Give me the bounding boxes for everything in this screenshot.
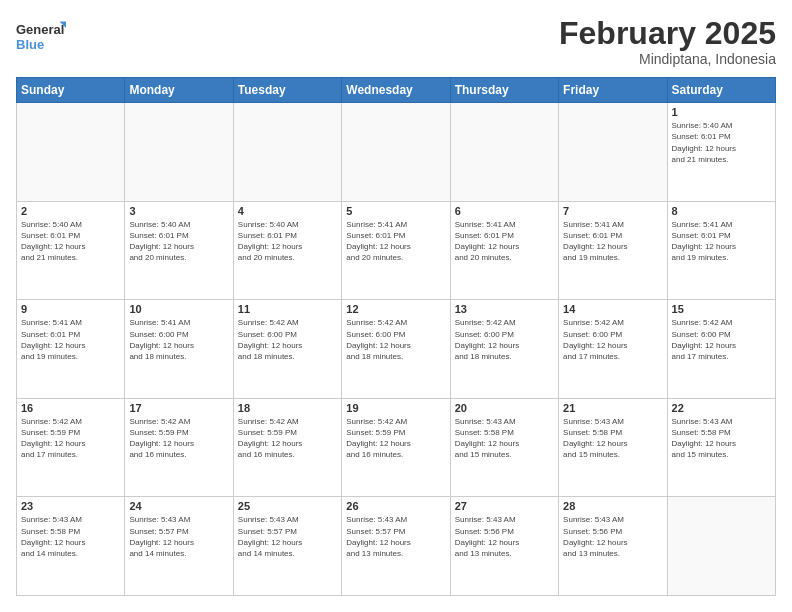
logo-svg: General Blue xyxy=(16,16,66,58)
day-info: Sunrise: 5:43 AM Sunset: 5:57 PM Dayligh… xyxy=(238,514,337,559)
calendar-week-row: 2Sunrise: 5:40 AM Sunset: 6:01 PM Daylig… xyxy=(17,201,776,300)
day-info: Sunrise: 5:43 AM Sunset: 5:57 PM Dayligh… xyxy=(129,514,228,559)
day-info: Sunrise: 5:43 AM Sunset: 5:58 PM Dayligh… xyxy=(21,514,120,559)
calendar-cell: 12Sunrise: 5:42 AM Sunset: 6:00 PM Dayli… xyxy=(342,300,450,399)
calendar-table: Sunday Monday Tuesday Wednesday Thursday… xyxy=(16,77,776,596)
calendar-cell: 28Sunrise: 5:43 AM Sunset: 5:56 PM Dayli… xyxy=(559,497,667,596)
day-number: 28 xyxy=(563,500,662,512)
day-number: 3 xyxy=(129,205,228,217)
calendar-cell: 15Sunrise: 5:42 AM Sunset: 6:00 PM Dayli… xyxy=(667,300,775,399)
calendar-cell: 1Sunrise: 5:40 AM Sunset: 6:01 PM Daylig… xyxy=(667,103,775,202)
day-number: 13 xyxy=(455,303,554,315)
day-info: Sunrise: 5:43 AM Sunset: 5:58 PM Dayligh… xyxy=(672,416,771,461)
day-info: Sunrise: 5:42 AM Sunset: 5:59 PM Dayligh… xyxy=(129,416,228,461)
calendar-cell: 17Sunrise: 5:42 AM Sunset: 5:59 PM Dayli… xyxy=(125,398,233,497)
day-number: 9 xyxy=(21,303,120,315)
col-tuesday: Tuesday xyxy=(233,78,341,103)
day-info: Sunrise: 5:41 AM Sunset: 6:01 PM Dayligh… xyxy=(346,219,445,264)
day-number: 23 xyxy=(21,500,120,512)
day-info: Sunrise: 5:41 AM Sunset: 6:01 PM Dayligh… xyxy=(672,219,771,264)
calendar-cell: 20Sunrise: 5:43 AM Sunset: 5:58 PM Dayli… xyxy=(450,398,558,497)
day-number: 16 xyxy=(21,402,120,414)
day-info: Sunrise: 5:40 AM Sunset: 6:01 PM Dayligh… xyxy=(21,219,120,264)
calendar-cell: 10Sunrise: 5:41 AM Sunset: 6:00 PM Dayli… xyxy=(125,300,233,399)
calendar-cell: 23Sunrise: 5:43 AM Sunset: 5:58 PM Dayli… xyxy=(17,497,125,596)
svg-text:General: General xyxy=(16,22,64,37)
calendar-cell: 27Sunrise: 5:43 AM Sunset: 5:56 PM Dayli… xyxy=(450,497,558,596)
calendar-cell: 14Sunrise: 5:42 AM Sunset: 6:00 PM Dayli… xyxy=(559,300,667,399)
day-info: Sunrise: 5:42 AM Sunset: 6:00 PM Dayligh… xyxy=(563,317,662,362)
calendar-header-row: Sunday Monday Tuesday Wednesday Thursday… xyxy=(17,78,776,103)
calendar-cell xyxy=(233,103,341,202)
calendar-cell: 9Sunrise: 5:41 AM Sunset: 6:01 PM Daylig… xyxy=(17,300,125,399)
day-number: 14 xyxy=(563,303,662,315)
calendar-cell: 2Sunrise: 5:40 AM Sunset: 6:01 PM Daylig… xyxy=(17,201,125,300)
calendar-cell: 26Sunrise: 5:43 AM Sunset: 5:57 PM Dayli… xyxy=(342,497,450,596)
title-block: February 2025 Mindiptana, Indonesia xyxy=(559,16,776,67)
day-number: 18 xyxy=(238,402,337,414)
calendar-cell: 24Sunrise: 5:43 AM Sunset: 5:57 PM Dayli… xyxy=(125,497,233,596)
day-number: 21 xyxy=(563,402,662,414)
day-info: Sunrise: 5:42 AM Sunset: 5:59 PM Dayligh… xyxy=(21,416,120,461)
page: General Blue February 2025 Mindiptana, I… xyxy=(0,0,792,612)
logo: General Blue xyxy=(16,16,66,62)
calendar-cell: 11Sunrise: 5:42 AM Sunset: 6:00 PM Dayli… xyxy=(233,300,341,399)
day-number: 15 xyxy=(672,303,771,315)
calendar-cell xyxy=(17,103,125,202)
day-info: Sunrise: 5:43 AM Sunset: 5:58 PM Dayligh… xyxy=(455,416,554,461)
calendar-cell: 13Sunrise: 5:42 AM Sunset: 6:00 PM Dayli… xyxy=(450,300,558,399)
day-info: Sunrise: 5:40 AM Sunset: 6:01 PM Dayligh… xyxy=(129,219,228,264)
day-number: 8 xyxy=(672,205,771,217)
day-number: 24 xyxy=(129,500,228,512)
day-info: Sunrise: 5:42 AM Sunset: 5:59 PM Dayligh… xyxy=(346,416,445,461)
calendar-cell: 21Sunrise: 5:43 AM Sunset: 5:58 PM Dayli… xyxy=(559,398,667,497)
day-info: Sunrise: 5:41 AM Sunset: 6:00 PM Dayligh… xyxy=(129,317,228,362)
day-info: Sunrise: 5:40 AM Sunset: 6:01 PM Dayligh… xyxy=(238,219,337,264)
calendar-cell: 6Sunrise: 5:41 AM Sunset: 6:01 PM Daylig… xyxy=(450,201,558,300)
calendar-week-row: 16Sunrise: 5:42 AM Sunset: 5:59 PM Dayli… xyxy=(17,398,776,497)
calendar-cell: 16Sunrise: 5:42 AM Sunset: 5:59 PM Dayli… xyxy=(17,398,125,497)
col-friday: Friday xyxy=(559,78,667,103)
col-thursday: Thursday xyxy=(450,78,558,103)
day-number: 1 xyxy=(672,106,771,118)
day-number: 10 xyxy=(129,303,228,315)
day-number: 20 xyxy=(455,402,554,414)
col-saturday: Saturday xyxy=(667,78,775,103)
calendar-cell: 22Sunrise: 5:43 AM Sunset: 5:58 PM Dayli… xyxy=(667,398,775,497)
svg-text:Blue: Blue xyxy=(16,37,44,52)
day-number: 6 xyxy=(455,205,554,217)
location-subtitle: Mindiptana, Indonesia xyxy=(559,51,776,67)
col-monday: Monday xyxy=(125,78,233,103)
calendar-week-row: 23Sunrise: 5:43 AM Sunset: 5:58 PM Dayli… xyxy=(17,497,776,596)
day-number: 17 xyxy=(129,402,228,414)
day-info: Sunrise: 5:43 AM Sunset: 5:58 PM Dayligh… xyxy=(563,416,662,461)
day-number: 12 xyxy=(346,303,445,315)
day-number: 11 xyxy=(238,303,337,315)
calendar-cell: 5Sunrise: 5:41 AM Sunset: 6:01 PM Daylig… xyxy=(342,201,450,300)
calendar-cell: 18Sunrise: 5:42 AM Sunset: 5:59 PM Dayli… xyxy=(233,398,341,497)
calendar-cell: 3Sunrise: 5:40 AM Sunset: 6:01 PM Daylig… xyxy=(125,201,233,300)
day-info: Sunrise: 5:43 AM Sunset: 5:56 PM Dayligh… xyxy=(455,514,554,559)
day-info: Sunrise: 5:42 AM Sunset: 5:59 PM Dayligh… xyxy=(238,416,337,461)
calendar-cell xyxy=(342,103,450,202)
day-number: 2 xyxy=(21,205,120,217)
day-info: Sunrise: 5:43 AM Sunset: 5:57 PM Dayligh… xyxy=(346,514,445,559)
col-sunday: Sunday xyxy=(17,78,125,103)
day-info: Sunrise: 5:40 AM Sunset: 6:01 PM Dayligh… xyxy=(672,120,771,165)
day-info: Sunrise: 5:41 AM Sunset: 6:01 PM Dayligh… xyxy=(455,219,554,264)
day-number: 7 xyxy=(563,205,662,217)
day-info: Sunrise: 5:43 AM Sunset: 5:56 PM Dayligh… xyxy=(563,514,662,559)
day-info: Sunrise: 5:42 AM Sunset: 6:00 PM Dayligh… xyxy=(455,317,554,362)
calendar-cell xyxy=(125,103,233,202)
day-number: 25 xyxy=(238,500,337,512)
calendar-cell: 25Sunrise: 5:43 AM Sunset: 5:57 PM Dayli… xyxy=(233,497,341,596)
day-number: 27 xyxy=(455,500,554,512)
calendar-cell: 19Sunrise: 5:42 AM Sunset: 5:59 PM Dayli… xyxy=(342,398,450,497)
calendar-cell: 4Sunrise: 5:40 AM Sunset: 6:01 PM Daylig… xyxy=(233,201,341,300)
day-number: 5 xyxy=(346,205,445,217)
calendar-cell: 7Sunrise: 5:41 AM Sunset: 6:01 PM Daylig… xyxy=(559,201,667,300)
calendar-cell xyxy=(667,497,775,596)
day-number: 19 xyxy=(346,402,445,414)
col-wednesday: Wednesday xyxy=(342,78,450,103)
calendar-week-row: 1Sunrise: 5:40 AM Sunset: 6:01 PM Daylig… xyxy=(17,103,776,202)
